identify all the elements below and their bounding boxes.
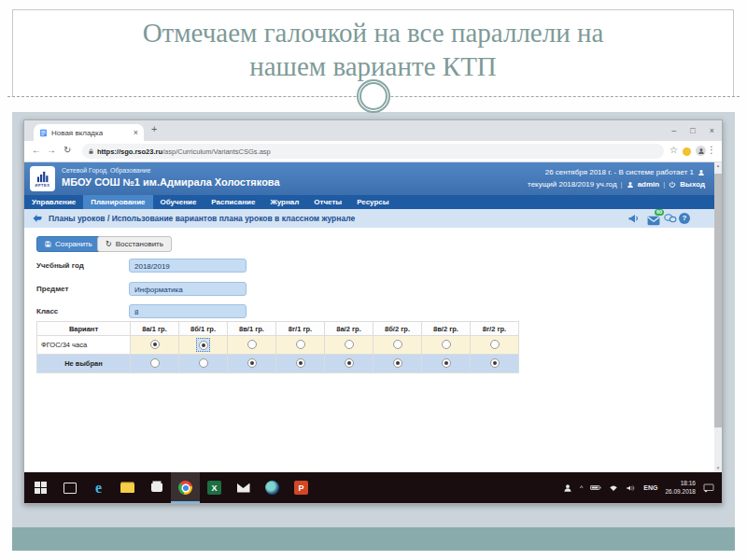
variants-col-header: 8г/1 гр. <box>276 322 325 336</box>
variant-radio[interactable] <box>199 358 208 368</box>
nav-item-1[interactable]: Планирование <box>83 195 152 209</box>
chat-icon[interactable] <box>664 213 677 224</box>
divider-circle-ornament <box>357 79 390 113</box>
nav-item-2[interactable]: Обучение <box>153 195 204 209</box>
start-icon[interactable] <box>26 472 55 503</box>
reload-button[interactable]: ↻ <box>63 145 71 155</box>
mail-badge: 60 <box>655 209 664 216</box>
save-button[interactable]: Сохранить <box>36 236 101 252</box>
variant-radio[interactable] <box>393 358 402 368</box>
browser-tab[interactable]: Новая вкладка × <box>34 124 144 141</box>
logo-bars-icon <box>35 171 49 183</box>
slide-title: Отмечаем галочкой на все параллели на на… <box>13 16 733 84</box>
variant-radio[interactable] <box>296 358 305 368</box>
back-arrow-icon[interactable] <box>32 213 43 224</box>
browser-window: Новая вкладка × + – □ × ← → ↻ https://sg… <box>23 119 723 504</box>
nav-item-6[interactable]: Ресурсы <box>349 195 396 209</box>
nav-item-3[interactable]: Расписание <box>204 195 262 209</box>
variants-col-header: 8в/2 гр. <box>422 322 471 336</box>
scrollbar-thumb[interactable] <box>714 174 722 427</box>
slide-footer-band <box>12 527 735 551</box>
variants-col-header: 8а/2 гр. <box>325 322 374 336</box>
browser-toolbar: ← → ↻ https://sgo.rso23.ru/asp/Curriculu… <box>24 141 722 162</box>
variant-radio[interactable] <box>247 340 257 349</box>
scroll-down-icon[interactable]: ▼ <box>714 465 722 472</box>
variant-radio[interactable] <box>199 341 208 350</box>
variant-radio[interactable] <box>345 358 354 368</box>
product-name: Сетевой Город. Образование <box>62 167 150 174</box>
internet-icon[interactable] <box>258 472 287 503</box>
file-explorer-icon[interactable] <box>113 472 142 503</box>
variants-col-header: 8б/1 гр. <box>179 322 228 336</box>
url-path: /asp/Curriculum/VariantsCSGs.asp <box>162 147 271 156</box>
separator: | <box>663 178 665 190</box>
people-icon[interactable] <box>563 483 572 493</box>
new-tab-button[interactable]: + <box>151 123 157 134</box>
variant-radio[interactable] <box>442 358 451 368</box>
profile-avatar-icon[interactable] <box>696 146 706 156</box>
bookmark-star-icon[interactable]: ☆ <box>669 145 678 155</box>
lock-icon <box>88 148 94 155</box>
store-icon[interactable] <box>142 472 171 503</box>
class-input[interactable]: 8 <box>129 304 247 318</box>
chrome-icon[interactable] <box>171 472 200 503</box>
browser-menu-icon[interactable]: ⋮ <box>707 145 716 155</box>
tab-close-icon[interactable]: × <box>134 128 138 137</box>
taskbar-icons: eXP <box>26 472 316 503</box>
excel-icon[interactable]: X <box>200 472 229 503</box>
url-host: https://sgo.rso23.ru <box>97 147 162 156</box>
clock-date: 26.09.2018 <box>665 488 696 497</box>
restore-button-label: Восстановить <box>116 240 163 248</box>
page-scrollbar[interactable]: ▲ ▼ <box>714 162 722 472</box>
restore-button[interactable]: ↻ Восстановить <box>97 236 172 252</box>
variant-radio[interactable] <box>296 340 305 349</box>
app-header: ИРТЕХ Сетевой Город. Образование МБОУ СО… <box>24 162 714 195</box>
language-indicator[interactable]: ENG <box>643 484 657 491</box>
current-user[interactable]: admin <box>638 178 660 190</box>
variant-radio[interactable] <box>345 340 354 349</box>
battery-icon[interactable] <box>590 484 601 491</box>
wifi-icon[interactable] <box>609 484 618 492</box>
notification-center-icon[interactable] <box>703 483 714 493</box>
variant-radio[interactable] <box>490 340 500 349</box>
subject-input[interactable]: Информатика <box>129 282 247 296</box>
tab-title: Новая вкладка <box>51 129 103 137</box>
task-view-icon[interactable] <box>55 472 84 503</box>
address-bar[interactable]: https://sgo.rso23.ru/asp/Curriculum/Vari… <box>82 144 664 159</box>
nav-item-5[interactable]: Отчеты <box>306 195 349 209</box>
variant-radio[interactable] <box>150 358 160 368</box>
window-minimize-button[interactable]: – <box>671 126 676 135</box>
announcements-icon[interactable] <box>627 213 640 224</box>
variant-label: Не выбран <box>37 355 131 373</box>
nav-item-4[interactable]: Журнал <box>262 195 306 209</box>
window-close-button[interactable]: × <box>710 126 714 135</box>
variant-radio[interactable] <box>442 340 451 349</box>
mail-icon[interactable] <box>229 472 258 503</box>
power-icon <box>669 181 676 189</box>
back-button[interactable]: ← <box>32 145 41 155</box>
page-content: Сохранить ↻ Восстановить Учебный год 201… <box>24 228 714 472</box>
restore-icon: ↻ <box>106 240 112 248</box>
clock[interactable]: 18:16 26.09.2018 <box>665 480 696 497</box>
logout-button[interactable]: Выход <box>680 178 705 190</box>
powerpoint-icon[interactable]: P <box>287 472 316 503</box>
tray-expand-chevron[interactable]: ^ <box>580 484 583 491</box>
extension-icon[interactable] <box>683 147 691 156</box>
breadcrumb: Планы уроков / Использование вариантов п… <box>49 209 355 228</box>
variant-radio[interactable] <box>393 340 402 349</box>
nav-item-0[interactable]: Управление <box>24 195 83 209</box>
variants-col-header: 8а/1 гр. <box>131 322 179 336</box>
variant-radio[interactable] <box>247 358 257 368</box>
help-icon[interactable]: ? <box>679 213 690 224</box>
variant-radio[interactable] <box>150 340 160 349</box>
class-label: Класс <box>36 307 58 315</box>
forward-button[interactable]: → <box>47 145 56 155</box>
school-year-input[interactable]: 2018/2019 <box>129 259 247 273</box>
volume-icon[interactable] <box>626 484 636 492</box>
window-maximize-button[interactable]: □ <box>690 126 695 135</box>
person-icon <box>698 147 705 155</box>
variant-radio[interactable] <box>490 358 500 368</box>
edge-icon[interactable]: e <box>84 472 113 503</box>
slide-title-line1: Отмечаем галочкой на все параллели на <box>143 18 604 48</box>
scroll-up-icon[interactable]: ▲ <box>714 162 722 170</box>
